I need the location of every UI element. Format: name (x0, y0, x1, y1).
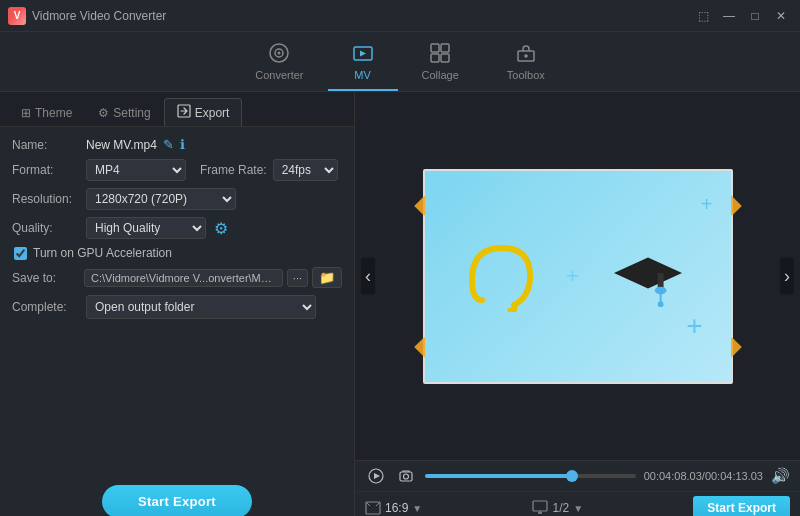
snapshot-button[interactable] (395, 466, 417, 486)
preview-canvas: + (423, 169, 733, 384)
titlebar-title: Vidmore Video Converter (32, 9, 166, 23)
play-button[interactable] (365, 466, 387, 486)
subtab-setting-label: Setting (113, 106, 150, 120)
complete-select[interactable]: Open output folder Do nothing Shut down (86, 295, 316, 319)
info-icon[interactable]: ℹ (180, 137, 185, 152)
name-row: Name: New MV.mp4 ✎ ℹ (12, 137, 342, 152)
tab-toolbox[interactable]: Toolbox (483, 38, 569, 91)
setting-icon: ⚙ (98, 106, 109, 120)
name-value: New MV.mp4 (86, 138, 157, 152)
start-export-button-left[interactable]: Start Export (102, 485, 252, 516)
framerate-label: Frame Rate: (200, 163, 267, 177)
svg-marker-12 (614, 257, 682, 288)
right-panel: ‹ + (355, 92, 800, 516)
tab-converter[interactable]: Converter (231, 38, 327, 91)
saveto-row: Save to: C:\Vidmore\Vidmore V...onverter… (12, 267, 342, 288)
svg-point-20 (404, 474, 409, 479)
svg-rect-7 (441, 54, 449, 62)
svg-point-16 (658, 301, 664, 307)
preview-d-icon (462, 240, 542, 312)
quality-settings-button[interactable]: ⚙ (212, 219, 230, 238)
volume-button[interactable]: 🔊 (771, 467, 790, 485)
time-current: 00:04:08.03 (644, 470, 702, 482)
resolution-row: Resolution: 1280x720 (720P) 1920x1080 (1… (12, 188, 342, 210)
collage-label: Collage (422, 69, 459, 81)
tab-mv[interactable]: MV (328, 38, 398, 91)
gpu-row: Turn on GPU Acceleration (14, 246, 342, 260)
preview-area: ‹ + (355, 92, 800, 460)
grad-cap-svg (603, 240, 693, 310)
maximize-button[interactable]: □ (744, 7, 766, 25)
subtab-export-label: Export (195, 106, 230, 120)
quality-label: Quality: (12, 221, 80, 235)
progress-thumb (566, 470, 578, 482)
message-button[interactable]: ⬚ (692, 7, 714, 25)
svg-rect-5 (441, 44, 449, 52)
svg-marker-18 (374, 473, 380, 479)
export-icon (177, 104, 191, 121)
ratio-selector: 16:9 ▼ (365, 501, 422, 515)
progress-bar[interactable] (425, 474, 636, 478)
svg-line-23 (376, 502, 380, 506)
complete-row: Complete: Open output folder Do nothing … (12, 295, 342, 319)
subtabs: ⊞ Theme ⚙ Setting Export (0, 92, 354, 127)
next-slide-button[interactable]: › (780, 258, 794, 295)
monitor-icon (532, 500, 548, 517)
framerate-select[interactable]: 24fps 30fps 60fps (273, 159, 338, 181)
time-total: 00:04:13.03 (705, 470, 763, 482)
svg-rect-24 (533, 501, 547, 511)
titlebar-left: V Vidmore Video Converter (8, 7, 166, 25)
svg-rect-4 (431, 44, 439, 52)
minimize-button[interactable]: — (718, 7, 740, 25)
svg-line-22 (366, 502, 370, 506)
saveto-label: Save to: (12, 271, 80, 285)
quality-row: Quality: High Quality Standard Low ⚙ (12, 217, 342, 239)
format-select[interactable]: MP4 MOV AVI MKV (86, 159, 186, 181)
start-export-button-right[interactable]: Start Export (693, 496, 790, 516)
gpu-checkbox[interactable] (14, 247, 27, 260)
page-value: 1/2 (552, 501, 569, 515)
saveto-dots-button[interactable]: ··· (287, 269, 308, 287)
quality-select[interactable]: High Quality Standard Low (86, 217, 206, 239)
subtab-export[interactable]: Export (164, 98, 243, 126)
titlebar: V Vidmore Video Converter ⬚ — □ ✕ (0, 0, 800, 32)
ratio-value: 16:9 (385, 501, 408, 515)
time-display: 00:04:08.03/00:04:13.03 (644, 470, 763, 482)
top-navigation: Converter MV Collage (0, 32, 800, 92)
player-controls: 00:04:08.03/00:04:13.03 🔊 (355, 460, 800, 491)
grad-cap-container (603, 240, 693, 313)
close-button[interactable]: ✕ (770, 7, 792, 25)
left-panel: ⊞ Theme ⚙ Setting Export Name (0, 92, 355, 516)
mv-icon (352, 42, 374, 67)
subtab-theme[interactable]: ⊞ Theme (8, 98, 85, 126)
converter-label: Converter (255, 69, 303, 81)
main-area: ⊞ Theme ⚙ Setting Export Name (0, 92, 800, 516)
name-label: Name: (12, 138, 80, 152)
toolbox-label: Toolbox (507, 69, 545, 81)
ratio-dropdown-arrow[interactable]: ▼ (412, 503, 422, 514)
page-dropdown-arrow[interactable]: ▼ (573, 503, 583, 514)
format-row: Format: MP4 MOV AVI MKV Frame Rate: 24fp… (12, 159, 342, 181)
theme-icon: ⊞ (21, 106, 31, 120)
preview-inner: + (425, 171, 731, 382)
progress-fill (425, 474, 572, 478)
collage-icon (429, 42, 451, 67)
d-shape-svg (462, 240, 542, 312)
subtab-setting[interactable]: ⚙ Setting (85, 98, 163, 126)
svg-rect-19 (400, 472, 412, 481)
converter-icon (268, 42, 290, 67)
prev-slide-button[interactable]: ‹ (361, 258, 375, 295)
toolbox-icon (515, 42, 537, 67)
saveto-folder-button[interactable]: 📁 (312, 267, 342, 288)
edit-icon[interactable]: ✎ (163, 137, 174, 152)
monitor-svg (532, 500, 548, 514)
format-label: Format: (12, 163, 80, 177)
tab-collage[interactable]: Collage (398, 38, 483, 91)
app-logo: V (8, 7, 26, 25)
gpu-label: Turn on GPU Acceleration (33, 246, 172, 260)
play-icon (368, 468, 384, 484)
plus-bottomright: + (686, 310, 702, 342)
resolution-label: Resolution: (12, 192, 80, 206)
plus-center: + (566, 263, 579, 289)
resolution-select[interactable]: 1280x720 (720P) 1920x1080 (1080P) 854x48… (86, 188, 236, 210)
